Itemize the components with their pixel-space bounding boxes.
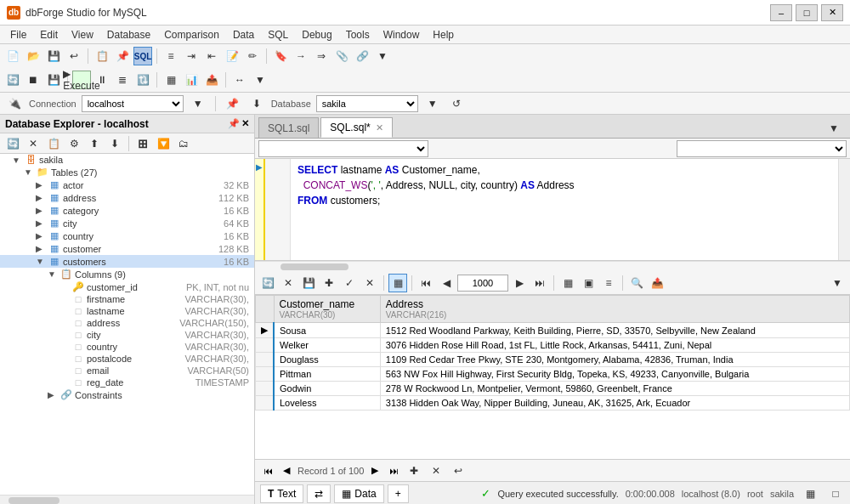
nav-next-btn[interactable]: ▶ [510, 274, 529, 292]
result-refresh-btn[interactable]: 🔄 [258, 274, 277, 292]
nav-page-input[interactable] [457, 275, 508, 292]
export-button[interactable]: 📤 [202, 71, 221, 89]
pin-icon[interactable]: 📌 [228, 118, 240, 129]
tab-add[interactable]: + [388, 484, 409, 503]
uncomment-button[interactable]: ✏ [243, 47, 262, 65]
find-btn[interactable]: 🔍 [627, 274, 646, 292]
tab-close-icon[interactable]: ✕ [376, 122, 383, 133]
unindent-button[interactable]: ⇤ [202, 47, 221, 65]
more2-button[interactable]: ▼ [251, 71, 269, 89]
grid-button[interactable]: ▦ [162, 71, 180, 89]
tree-item-col-postalcode[interactable]: ▶ □ postalcode VARCHAR(30), [0, 353, 254, 365]
refresh-explorer-btn[interactable]: 🔄 [3, 134, 22, 153]
db-arrow[interactable]: ▼ [423, 94, 442, 113]
rec-del-btn[interactable]: ✕ [427, 462, 445, 480]
nav-down-btn[interactable]: ⬇ [105, 134, 124, 153]
tree-item-col-firstname[interactable]: ▶ □ firstname VARCHAR(30), [0, 293, 254, 305]
tab-text[interactable]: T Text [260, 484, 303, 503]
tree-item-col-country[interactable]: ▶ □ country VARCHAR(30), [0, 341, 254, 353]
rec-cancel-btn[interactable]: ↩ [449, 462, 468, 480]
view-toggle-1[interactable]: ▦ [801, 484, 819, 503]
close-icon[interactable]: ✕ [241, 118, 249, 129]
tab-sql-active[interactable]: SQL.sql* ✕ [320, 117, 392, 138]
col-header-customer_name[interactable]: Customer_name VARCHAR(30) [274, 296, 380, 323]
nav-up-btn[interactable]: ⬆ [85, 134, 104, 153]
rec-prev-btn[interactable]: ◀ [279, 463, 294, 479]
undo-button[interactable]: ↩ [65, 47, 83, 65]
close-button[interactable]: ✕ [821, 4, 843, 21]
nav-first-btn[interactable]: ⏮ [416, 274, 435, 292]
tree-item-customer[interactable]: ▶ ▦ customer 128 KB [0, 242, 254, 255]
result-more-btn[interactable]: ▼ [828, 274, 847, 292]
chart-button[interactable]: 📊 [182, 71, 201, 89]
sql-content[interactable]: SELECT lastname AS Customer_name, CONCAT… [291, 159, 838, 260]
card-view-btn[interactable]: ▣ [579, 274, 598, 292]
result-stop-btn[interactable]: ✕ [279, 274, 298, 292]
tree-item-actor[interactable]: ▶ ▦ actor 32 KB [0, 178, 254, 191]
menu-item-file[interactable]: File [3, 27, 33, 42]
copy-button[interactable]: 📋 [93, 47, 111, 65]
tree-item-col-lastname[interactable]: ▶ □ lastname VARCHAR(30), [0, 305, 254, 317]
result-del-btn[interactable]: ✕ [360, 274, 379, 292]
tree-item-col-email[interactable]: ▶ □ email VARCHAR(50) [0, 365, 254, 377]
open-button[interactable]: 📂 [24, 47, 42, 65]
tree-item-col-customer_id[interactable]: ▶ 🔑 customer_id PK, INT, not nu [0, 280, 254, 293]
stop2-button[interactable]: ⏸ [93, 71, 111, 89]
tree-item-col-address[interactable]: ▶ □ address VARCHAR(150), [0, 317, 254, 329]
delete-explorer-btn[interactable]: ✕ [24, 134, 42, 153]
tree-item-customers[interactable]: ▼ ▦ customers 16 KB [0, 255, 254, 268]
editor-vscroll[interactable] [838, 159, 850, 260]
stop-button[interactable]: ⏹ [24, 71, 42, 89]
result-grid[interactable]: Customer_name VARCHAR(30) Address VARCHA… [255, 295, 850, 459]
menu-item-debug[interactable]: Debug [295, 27, 338, 42]
menu-item-help[interactable]: Help [426, 27, 461, 42]
tree-item-constraints[interactable]: ▶ 🔗 Constraints [0, 388, 254, 401]
menu-item-view[interactable]: View [65, 27, 100, 42]
save-button[interactable]: 💾 [44, 47, 63, 65]
col-header-address[interactable]: Address VARCHAR(216) [380, 296, 849, 323]
tree-item-col-reg_date[interactable]: ▶ □ reg_date TIMESTAMP [0, 377, 254, 388]
expand-all-btn[interactable]: ⊞ [133, 134, 152, 153]
attach-button[interactable]: 📎 [332, 47, 351, 65]
tab-convert[interactable]: ⇄ [307, 484, 331, 503]
nav-button[interactable]: → [292, 47, 310, 65]
grid-view-btn[interactable]: ▦ [388, 274, 407, 292]
object-dropdown[interactable] [677, 140, 847, 157]
tab-dropdown-btn[interactable]: ▼ [824, 119, 843, 138]
filter-btn[interactable]: 🔽 [154, 134, 173, 153]
hscroll-thumb[interactable] [8, 497, 60, 504]
table-view-btn[interactable]: ▦ [558, 274, 577, 292]
tree-item-columns[interactable]: ▼ 📋 Columns (9) [0, 268, 254, 280]
result-add-btn[interactable]: ✚ [320, 274, 338, 292]
schema-dropdown[interactable] [258, 140, 428, 157]
nav-prev-btn[interactable]: ◀ [437, 274, 456, 292]
refresh-button[interactable]: 🔄 [3, 71, 22, 89]
format-button[interactable]: ≡ [162, 47, 180, 65]
menu-item-data[interactable]: Data [226, 27, 261, 42]
nav-last-btn[interactable]: ⏭ [530, 274, 549, 292]
explorer-hscroll[interactable] [0, 495, 254, 504]
more1-button[interactable]: ▼ [373, 47, 392, 65]
tab-sql1[interactable]: SQL1.sql [258, 117, 319, 138]
tree-item-address[interactable]: ▶ ▦ address 112 KB [0, 191, 254, 204]
sql-mode-button[interactable]: SQL [133, 47, 152, 65]
tree-item-sakila[interactable]: ▼ 🗄 sakila [0, 154, 254, 166]
settings-explorer-btn[interactable]: ⚙ [65, 134, 83, 153]
schema-btn[interactable]: 🗂 [174, 134, 193, 153]
pivot-button[interactable]: ↔ [230, 71, 249, 89]
connection-select[interactable]: localhost [82, 95, 184, 112]
refresh2-button[interactable]: 🔃 [133, 71, 152, 89]
minimize-button[interactable]: – [770, 4, 792, 21]
nav2-button[interactable]: ⇒ [312, 47, 331, 65]
format2-button[interactable]: ≣ [113, 71, 132, 89]
table-row[interactable]: ▶ Sousa 1512 Red Woodland Parkway, Keith… [256, 323, 850, 338]
menu-item-comparison[interactable]: Comparison [157, 27, 226, 42]
table-row[interactable]: Pittman 563 NW Fox Hill Highway, First S… [256, 367, 850, 382]
tree-item-city[interactable]: ▶ ▦ city 64 KB [0, 217, 254, 229]
table-row[interactable]: Welker 3076 Hidden Rose Hill Road, 1st F… [256, 338, 850, 353]
view-toggle-2[interactable]: □ [826, 484, 845, 503]
menu-item-edit[interactable]: Edit [33, 27, 65, 42]
menu-item-window[interactable]: Window [377, 27, 427, 42]
table-row[interactable]: Douglass 1109 Red Cedar Tree Pkwy, STE 2… [256, 353, 850, 367]
bookmark-button[interactable]: 🔖 [271, 47, 290, 65]
